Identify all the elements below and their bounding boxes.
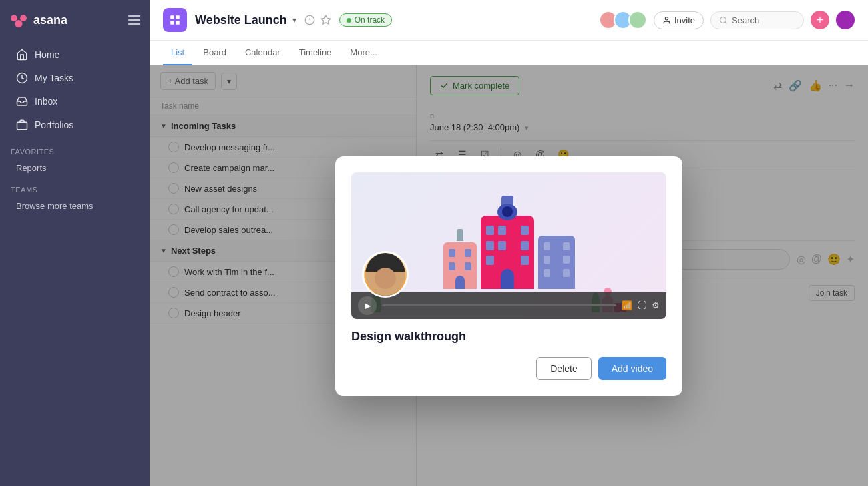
svg-rect-6 [176,15,180,19]
topbar-right: Invite Search + [599,11,855,29]
video-volume-icon[interactable]: 📶 [622,300,632,310]
tasks-icon [16,72,28,84]
sidebar-nav: Home My Tasks Inbox Portfolios [0,40,150,140]
inbox-icon [16,95,28,107]
sidebar-item-my-tasks-label: My Tasks [35,73,73,83]
project-meta-icons [304,15,331,25]
tab-calendar[interactable]: Calendar [237,41,288,65]
building-main [481,196,534,289]
tab-list[interactable]: List [163,41,192,65]
search-placeholder: Search [732,15,759,25]
reports-label: Reports [16,163,47,173]
svg-rect-8 [176,21,180,25]
browse-teams-label: Browse more teams [16,201,93,211]
member-avatar-3[interactable] [628,11,647,29]
tabs-bar: List Board Calendar Timeline More... [150,41,868,65]
svg-marker-12 [321,15,330,24]
video-presenter-avatar [362,251,409,298]
video-settings-icon[interactable]: ⚙ [652,300,660,310]
svg-point-13 [665,17,668,19]
sidebar-item-reports[interactable]: Reports [5,159,144,177]
tab-timeline[interactable]: Timeline [291,41,340,65]
member-avatars [599,11,647,29]
asana-logo-text: asana [33,13,67,27]
sidebar-logo-area: asana [0,0,150,40]
modal-image-area: ▶ 📶 ⛶ ⚙ [351,172,666,319]
sidebar-item-home-label: Home [35,49,59,60]
person-icon [662,16,671,25]
modal-overlay[interactable]: ▶ 📶 ⛶ ⚙ Design walkthrough Delete Add vi… [150,65,868,486]
delete-button[interactable]: Delete [536,357,591,380]
building-scene [443,196,575,296]
sidebar-item-inbox[interactable]: Inbox [5,90,144,113]
sidebar-item-home[interactable]: Home [5,43,144,66]
sidebar-item-my-tasks[interactable]: My Tasks [5,67,144,89]
teams-section-label: Teams [0,178,150,196]
sidebar-item-browse-teams[interactable]: Browse more teams [5,197,144,215]
video-progress-bar[interactable] [382,304,616,306]
sidebar-item-inbox-label: Inbox [35,96,57,107]
sidebar: asana Home My Tasks Inbox Portfolios Fav… [0,0,150,486]
project-title-area: Website Launch ▾ [195,13,296,27]
status-label: On track [355,15,385,25]
user-avatar[interactable] [836,11,855,29]
svg-line-15 [725,22,726,23]
svg-rect-7 [170,21,174,25]
modal-actions: Delete Add video [351,357,666,380]
info-icon[interactable] [304,15,315,25]
topbar: Website Launch ▾ On track Invite Search [150,0,868,41]
svg-point-0 [15,20,22,27]
svg-rect-5 [170,15,174,19]
asana-logo-icon [9,11,28,29]
project-icon [163,8,187,32]
video-play-button[interactable]: ▶ [358,296,377,315]
invite-label: Invite [674,15,695,25]
search-bar[interactable]: Search [710,11,804,29]
video-ctrl-icons: 📶 ⛶ ⚙ [622,300,660,310]
sidebar-item-portfolios-label: Portfolios [35,119,73,130]
modal-title: Design walkthrough [351,330,666,344]
tab-more[interactable]: More... [342,41,385,65]
search-icon [719,16,728,25]
svg-point-1 [11,15,17,21]
svg-point-2 [20,15,27,21]
portfolios-icon [16,119,28,131]
project-dropdown-chevron[interactable]: ▾ [292,15,296,25]
svg-rect-4 [17,122,27,130]
project-icon-svg [169,14,181,26]
video-controls: ▶ 📶 ⛶ ⚙ [351,292,666,319]
task-area: + Add task ▾ Task name ▼ Incoming Tasks … [150,65,868,486]
building-left [443,229,477,289]
project-title: Website Launch [195,13,287,27]
status-badge: On track [339,13,392,27]
building-right [538,236,575,289]
tab-board[interactable]: Board [195,41,234,65]
status-dot [347,18,351,23]
home-icon [16,49,28,61]
svg-point-14 [720,17,726,23]
invite-button[interactable]: Invite [654,11,704,29]
favorites-section-label: Favorites [0,140,150,158]
video-fullscreen-icon[interactable]: ⛶ [638,300,646,310]
avatar-face [364,253,407,296]
main-content: Website Launch ▾ On track Invite Search [150,0,868,486]
sidebar-item-portfolios[interactable]: Portfolios [5,113,144,136]
add-video-button[interactable]: Add video [598,357,666,380]
asana-logo: asana [9,11,67,29]
video-modal: ▶ 📶 ⛶ ⚙ Design walkthrough Delete Add vi… [335,156,682,396]
star-icon[interactable] [320,15,331,25]
add-button[interactable]: + [811,11,829,29]
hamburger-menu[interactable] [128,15,140,25]
